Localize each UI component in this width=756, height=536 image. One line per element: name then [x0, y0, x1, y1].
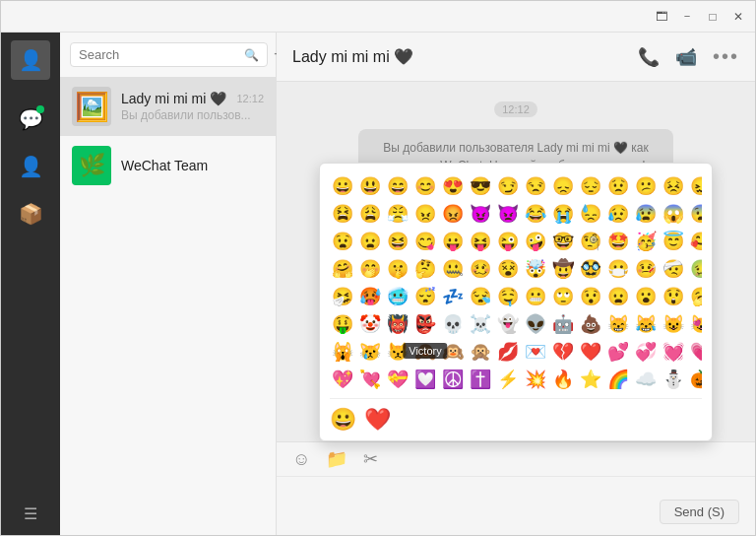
- emoji-cell[interactable]: 😲: [661, 284, 686, 309]
- emoji-cell[interactable]: 💥: [523, 367, 548, 390]
- emoji-recent-smiley[interactable]: 😀: [330, 407, 356, 433]
- emoji-cell[interactable]: 💞: [633, 339, 659, 365]
- close-button[interactable]: ✕: [729, 8, 747, 26]
- emoji-cell[interactable]: 🌈: [605, 367, 631, 390]
- emoji-cell[interactable]: 🔥: [550, 367, 576, 390]
- emoji-cell[interactable]: 😥: [605, 201, 631, 227]
- send-button[interactable]: Send (S): [660, 500, 739, 524]
- emoji-cell[interactable]: 🤗: [330, 256, 355, 282]
- emoji-cell[interactable]: 😴: [412, 284, 438, 309]
- emoji-cell[interactable]: 😎: [468, 173, 493, 199]
- emoji-cell[interactable]: 🥵: [357, 284, 383, 309]
- emoji-cell[interactable]: 😂: [523, 201, 548, 227]
- emoji-cell[interactable]: 😧: [330, 229, 355, 254]
- emoji-cell[interactable]: 😔: [578, 173, 603, 199]
- emoji-cell[interactable]: ⛄: [661, 367, 686, 390]
- emoji-cell[interactable]: 👺Victory: [412, 311, 438, 337]
- emoji-cell[interactable]: 💓: [661, 339, 686, 365]
- emoji-cell[interactable]: 🙄: [550, 284, 576, 309]
- emoji-cell[interactable]: 😕: [633, 173, 659, 199]
- emoji-cell[interactable]: 🤖: [550, 311, 576, 337]
- emoji-cell[interactable]: 😣: [661, 173, 686, 199]
- emoji-cell[interactable]: 🤫: [385, 256, 410, 282]
- emoji-cell[interactable]: 😯: [578, 284, 603, 309]
- nav-chat[interactable]: 💬: [11, 100, 50, 139]
- emoji-cell[interactable]: 💕: [605, 339, 631, 365]
- emoji-cell[interactable]: 💔: [550, 339, 576, 365]
- emoji-cell[interactable]: ⚡: [495, 367, 521, 390]
- emoji-cell[interactable]: 😜: [495, 229, 521, 254]
- chat-item-wechat[interactable]: 🌿 WeChat Team: [60, 136, 276, 195]
- emoji-recent-heart[interactable]: ❤️: [364, 407, 391, 433]
- hamburger-menu[interactable]: ☰: [24, 504, 37, 523]
- emoji-cell[interactable]: 🤔: [412, 256, 438, 282]
- emoji-cell[interactable]: 😞: [550, 173, 576, 199]
- emoji-cell[interactable]: 🙈: [412, 339, 438, 365]
- folder-tool-button[interactable]: 📁: [326, 448, 347, 470]
- emoji-cell[interactable]: 😨: [688, 201, 702, 227]
- emoji-cell[interactable]: 👽: [523, 311, 548, 337]
- emoji-cell[interactable]: 👿: [495, 201, 521, 227]
- emoji-cell[interactable]: 🤯: [523, 256, 548, 282]
- video-icon[interactable]: 📹: [675, 46, 697, 68]
- emoji-cell[interactable]: 🙊: [468, 339, 493, 365]
- emoji-cell[interactable]: 😦: [357, 229, 383, 254]
- emoji-cell[interactable]: 🤩: [605, 229, 631, 254]
- scissors-tool-button[interactable]: ✂: [363, 448, 378, 470]
- emoji-cell[interactable]: 😵: [495, 256, 521, 282]
- emoji-cell[interactable]: 🥰: [688, 229, 702, 254]
- emoji-cell[interactable]: 😆: [385, 229, 410, 254]
- emoji-cell[interactable]: 🎃: [688, 367, 702, 390]
- emoji-cell[interactable]: 💗: [688, 339, 702, 365]
- minimize-button[interactable]: －: [678, 8, 696, 26]
- emoji-cell[interactable]: ☮️: [440, 367, 466, 390]
- emoji-cell[interactable]: 💋: [495, 339, 521, 365]
- emoji-cell[interactable]: 😃: [357, 173, 383, 199]
- emoji-cell[interactable]: 💀: [440, 311, 466, 337]
- emoji-cell[interactable]: ❤️: [578, 339, 603, 365]
- emoji-cell[interactable]: 😺: [661, 311, 686, 337]
- emoji-cell[interactable]: 😹: [633, 311, 659, 337]
- emoji-cell[interactable]: 🤓: [550, 229, 576, 254]
- emoji-cell[interactable]: 😿: [357, 339, 383, 365]
- nav-contacts[interactable]: 👤: [11, 147, 50, 186]
- emoji-cell[interactable]: 😍: [440, 173, 466, 199]
- emoji-cell[interactable]: 😝: [468, 229, 493, 254]
- emoji-cell[interactable]: 🙉: [440, 339, 466, 365]
- emoji-cell[interactable]: 😪: [468, 284, 493, 309]
- emoji-cell[interactable]: 🤢: [688, 256, 702, 282]
- emoji-cell[interactable]: 😰: [633, 201, 659, 227]
- pin-button[interactable]: 🗔: [653, 8, 670, 26]
- emoji-cell[interactable]: 🤧: [330, 284, 355, 309]
- emoji-tool-button[interactable]: ☺: [292, 449, 310, 470]
- emoji-cell[interactable]: 😈: [468, 201, 493, 227]
- emoji-cell[interactable]: 🥶: [385, 284, 410, 309]
- emoji-cell[interactable]: 🤕: [661, 256, 686, 282]
- emoji-cell[interactable]: 🤠: [550, 256, 576, 282]
- emoji-cell[interactable]: 😋: [412, 229, 438, 254]
- emoji-cell[interactable]: 😮: [633, 284, 659, 309]
- emoji-cell[interactable]: 🤤: [495, 284, 521, 309]
- emoji-cell[interactable]: ⭐: [578, 367, 603, 390]
- emoji-cell[interactable]: 😭: [550, 201, 576, 227]
- emoji-cell[interactable]: 😇: [661, 229, 686, 254]
- emoji-cell[interactable]: 😤: [385, 201, 410, 227]
- emoji-cell[interactable]: 🤡: [357, 311, 383, 337]
- emoji-cell[interactable]: ☁️: [633, 367, 659, 390]
- emoji-cell[interactable]: 🤐: [440, 256, 466, 282]
- chat-item-lady[interactable]: 🖼️ Lady mi mi mi 🖤 12:12 Вы добавили пол…: [60, 77, 276, 136]
- emoji-cell[interactable]: 😱: [661, 201, 686, 227]
- emoji-cell[interactable]: 🤪: [523, 229, 548, 254]
- emoji-cell[interactable]: 😸: [605, 311, 631, 337]
- emoji-cell[interactable]: 💤: [440, 284, 466, 309]
- emoji-cell[interactable]: 😠: [412, 201, 438, 227]
- emoji-cell[interactable]: 😏: [495, 173, 521, 199]
- emoji-cell[interactable]: 😟: [605, 173, 631, 199]
- emoji-cell[interactable]: 😬: [523, 284, 548, 309]
- nav-discover[interactable]: 📦: [11, 194, 50, 234]
- maximize-button[interactable]: □: [704, 8, 722, 26]
- emoji-cell[interactable]: 😦: [605, 284, 631, 309]
- emoji-cell[interactable]: 💟: [412, 367, 438, 390]
- emoji-cell[interactable]: 🤭: [357, 256, 383, 282]
- emoji-cell[interactable]: 💌: [523, 339, 548, 365]
